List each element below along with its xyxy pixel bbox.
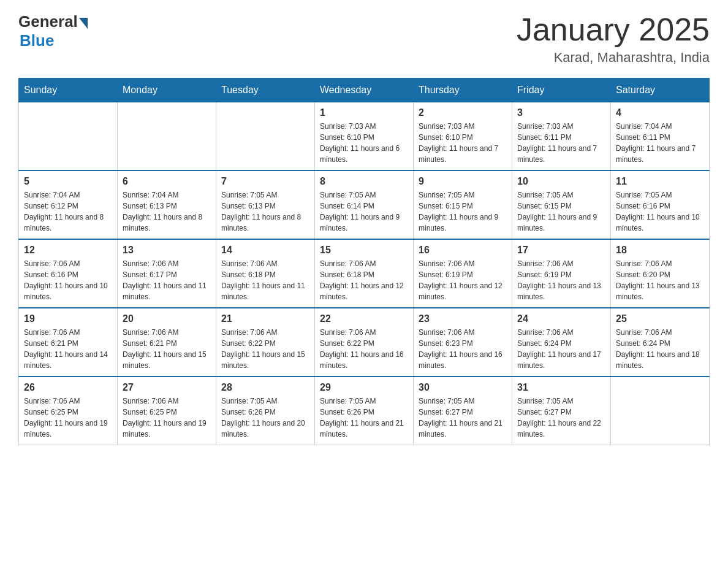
calendar-cell: 25Sunrise: 7:06 AM Sunset: 6:24 PM Dayli… bbox=[611, 308, 710, 377]
day-number: 17 bbox=[517, 245, 605, 256]
day-info: Sunrise: 7:05 AM Sunset: 6:26 PM Dayligh… bbox=[320, 396, 408, 440]
day-number: 21 bbox=[221, 313, 309, 324]
day-number: 24 bbox=[517, 313, 605, 324]
month-title: January 2025 bbox=[517, 12, 710, 47]
day-info: Sunrise: 7:06 AM Sunset: 6:24 PM Dayligh… bbox=[517, 327, 605, 371]
calendar-header-row: SundayMondayTuesdayWednesdayThursdayFrid… bbox=[19, 79, 710, 102]
day-number: 22 bbox=[320, 313, 408, 324]
day-info: Sunrise: 7:06 AM Sunset: 6:20 PM Dayligh… bbox=[616, 258, 704, 302]
calendar-cell bbox=[611, 377, 710, 445]
calendar-cell: 2Sunrise: 7:03 AM Sunset: 6:10 PM Daylig… bbox=[414, 102, 512, 171]
calendar-cell: 6Sunrise: 7:04 AM Sunset: 6:13 PM Daylig… bbox=[118, 170, 216, 239]
day-number: 23 bbox=[419, 313, 507, 324]
day-number: 14 bbox=[221, 245, 309, 256]
column-header-wednesday: Wednesday bbox=[315, 79, 414, 102]
calendar-cell: 27Sunrise: 7:06 AM Sunset: 6:25 PM Dayli… bbox=[118, 377, 216, 445]
day-number: 9 bbox=[419, 176, 507, 187]
day-info: Sunrise: 7:05 AM Sunset: 6:27 PM Dayligh… bbox=[517, 396, 605, 440]
calendar-cell: 14Sunrise: 7:06 AM Sunset: 6:18 PM Dayli… bbox=[216, 239, 315, 308]
calendar-cell: 4Sunrise: 7:04 AM Sunset: 6:11 PM Daylig… bbox=[611, 102, 710, 171]
calendar-cell: 8Sunrise: 7:05 AM Sunset: 6:14 PM Daylig… bbox=[315, 170, 414, 239]
day-info: Sunrise: 7:04 AM Sunset: 6:11 PM Dayligh… bbox=[616, 121, 704, 165]
column-header-thursday: Thursday bbox=[414, 79, 512, 102]
calendar-cell: 15Sunrise: 7:06 AM Sunset: 6:18 PM Dayli… bbox=[315, 239, 414, 308]
day-number: 16 bbox=[419, 245, 507, 256]
location-subtitle: Karad, Maharashtra, India bbox=[517, 50, 710, 66]
day-info: Sunrise: 7:05 AM Sunset: 6:15 PM Dayligh… bbox=[517, 190, 605, 234]
calendar-cell: 23Sunrise: 7:06 AM Sunset: 6:23 PM Dayli… bbox=[414, 308, 512, 377]
day-number: 12 bbox=[24, 245, 112, 256]
day-info: Sunrise: 7:06 AM Sunset: 6:17 PM Dayligh… bbox=[123, 258, 211, 302]
calendar-cell: 10Sunrise: 7:05 AM Sunset: 6:15 PM Dayli… bbox=[512, 170, 611, 239]
day-number: 6 bbox=[123, 176, 211, 187]
day-info: Sunrise: 7:06 AM Sunset: 6:22 PM Dayligh… bbox=[221, 327, 309, 371]
day-info: Sunrise: 7:05 AM Sunset: 6:15 PM Dayligh… bbox=[419, 190, 507, 234]
day-number: 25 bbox=[616, 313, 704, 324]
calendar-week-row: 19Sunrise: 7:06 AM Sunset: 6:21 PM Dayli… bbox=[19, 308, 710, 377]
calendar-cell: 24Sunrise: 7:06 AM Sunset: 6:24 PM Dayli… bbox=[512, 308, 611, 377]
calendar-cell: 13Sunrise: 7:06 AM Sunset: 6:17 PM Dayli… bbox=[118, 239, 216, 308]
day-number: 4 bbox=[616, 107, 704, 118]
calendar-cell: 9Sunrise: 7:05 AM Sunset: 6:15 PM Daylig… bbox=[414, 170, 512, 239]
page-header: General Blue January 2025 Karad, Maharas… bbox=[18, 12, 710, 66]
day-number: 19 bbox=[24, 313, 112, 324]
day-number: 26 bbox=[24, 382, 112, 393]
day-number: 10 bbox=[517, 176, 605, 187]
day-info: Sunrise: 7:06 AM Sunset: 6:18 PM Dayligh… bbox=[320, 258, 408, 302]
day-number: 5 bbox=[24, 176, 112, 187]
day-info: Sunrise: 7:04 AM Sunset: 6:13 PM Dayligh… bbox=[123, 190, 211, 234]
calendar-week-row: 5Sunrise: 7:04 AM Sunset: 6:12 PM Daylig… bbox=[19, 170, 710, 239]
day-number: 11 bbox=[616, 176, 704, 187]
day-info: Sunrise: 7:06 AM Sunset: 6:21 PM Dayligh… bbox=[123, 327, 211, 371]
day-info: Sunrise: 7:06 AM Sunset: 6:19 PM Dayligh… bbox=[419, 258, 507, 302]
day-info: Sunrise: 7:06 AM Sunset: 6:19 PM Dayligh… bbox=[517, 258, 605, 302]
day-info: Sunrise: 7:03 AM Sunset: 6:10 PM Dayligh… bbox=[419, 121, 507, 165]
day-info: Sunrise: 7:06 AM Sunset: 6:16 PM Dayligh… bbox=[24, 258, 112, 302]
day-info: Sunrise: 7:06 AM Sunset: 6:21 PM Dayligh… bbox=[24, 327, 112, 371]
day-info: Sunrise: 7:06 AM Sunset: 6:22 PM Dayligh… bbox=[320, 327, 408, 371]
day-number: 8 bbox=[320, 176, 408, 187]
calendar-cell: 31Sunrise: 7:05 AM Sunset: 6:27 PM Dayli… bbox=[512, 377, 611, 445]
calendar-cell: 30Sunrise: 7:05 AM Sunset: 6:27 PM Dayli… bbox=[414, 377, 512, 445]
column-header-tuesday: Tuesday bbox=[216, 79, 315, 102]
calendar-cell: 28Sunrise: 7:05 AM Sunset: 6:26 PM Dayli… bbox=[216, 377, 315, 445]
day-info: Sunrise: 7:05 AM Sunset: 6:14 PM Dayligh… bbox=[320, 190, 408, 234]
calendar-cell bbox=[216, 102, 315, 171]
day-number: 13 bbox=[123, 245, 211, 256]
day-number: 3 bbox=[517, 107, 605, 118]
day-number: 30 bbox=[419, 382, 507, 393]
calendar-cell: 1Sunrise: 7:03 AM Sunset: 6:10 PM Daylig… bbox=[315, 102, 414, 171]
calendar-cell: 11Sunrise: 7:05 AM Sunset: 6:16 PM Dayli… bbox=[611, 170, 710, 239]
title-section: January 2025 Karad, Maharashtra, India bbox=[517, 12, 710, 66]
day-number: 7 bbox=[221, 176, 309, 187]
calendar-cell: 18Sunrise: 7:06 AM Sunset: 6:20 PM Dayli… bbox=[611, 239, 710, 308]
logo: General Blue bbox=[18, 12, 88, 50]
calendar-cell: 29Sunrise: 7:05 AM Sunset: 6:26 PM Dayli… bbox=[315, 377, 414, 445]
day-info: Sunrise: 7:05 AM Sunset: 6:26 PM Dayligh… bbox=[221, 396, 309, 440]
calendar-week-row: 26Sunrise: 7:06 AM Sunset: 6:25 PM Dayli… bbox=[19, 377, 710, 445]
calendar-week-row: 12Sunrise: 7:06 AM Sunset: 6:16 PM Dayli… bbox=[19, 239, 710, 308]
calendar-cell: 20Sunrise: 7:06 AM Sunset: 6:21 PM Dayli… bbox=[118, 308, 216, 377]
calendar-cell: 3Sunrise: 7:03 AM Sunset: 6:11 PM Daylig… bbox=[512, 102, 611, 171]
calendar-cell: 21Sunrise: 7:06 AM Sunset: 6:22 PM Dayli… bbox=[216, 308, 315, 377]
day-info: Sunrise: 7:04 AM Sunset: 6:12 PM Dayligh… bbox=[24, 190, 112, 234]
day-number: 2 bbox=[419, 107, 507, 118]
calendar-cell: 12Sunrise: 7:06 AM Sunset: 6:16 PM Dayli… bbox=[19, 239, 118, 308]
calendar-cell: 5Sunrise: 7:04 AM Sunset: 6:12 PM Daylig… bbox=[19, 170, 118, 239]
calendar-cell bbox=[19, 102, 118, 171]
day-info: Sunrise: 7:05 AM Sunset: 6:13 PM Dayligh… bbox=[221, 190, 309, 234]
logo-general-text: General bbox=[18, 12, 78, 31]
day-info: Sunrise: 7:05 AM Sunset: 6:27 PM Dayligh… bbox=[419, 396, 507, 440]
day-number: 15 bbox=[320, 245, 408, 256]
calendar-cell bbox=[118, 102, 216, 171]
day-info: Sunrise: 7:06 AM Sunset: 6:25 PM Dayligh… bbox=[24, 396, 112, 440]
column-header-saturday: Saturday bbox=[611, 79, 710, 102]
column-header-monday: Monday bbox=[118, 79, 216, 102]
day-info: Sunrise: 7:03 AM Sunset: 6:10 PM Dayligh… bbox=[320, 121, 408, 165]
calendar-cell: 16Sunrise: 7:06 AM Sunset: 6:19 PM Dayli… bbox=[414, 239, 512, 308]
calendar-cell: 26Sunrise: 7:06 AM Sunset: 6:25 PM Dayli… bbox=[19, 377, 118, 445]
calendar-cell: 17Sunrise: 7:06 AM Sunset: 6:19 PM Dayli… bbox=[512, 239, 611, 308]
calendar-cell: 7Sunrise: 7:05 AM Sunset: 6:13 PM Daylig… bbox=[216, 170, 315, 239]
column-header-friday: Friday bbox=[512, 79, 611, 102]
logo-arrow-icon bbox=[79, 18, 88, 29]
